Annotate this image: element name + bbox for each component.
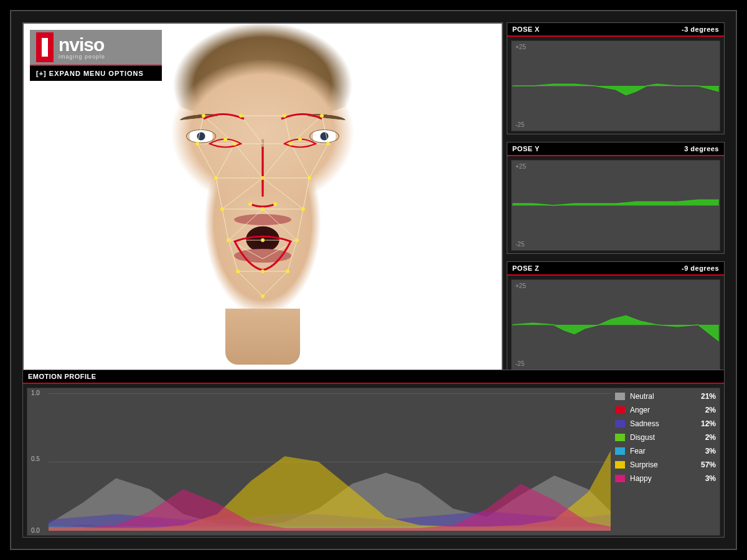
legend-row-disgust: Disgust 2% (615, 433, 716, 442)
pose-z-panel: POSE Z -9 degrees +25 -25 (507, 261, 725, 373)
svg-line-20 (322, 116, 328, 144)
svg-point-46 (289, 142, 293, 146)
legend-row-happy: Happy 3% (615, 474, 716, 483)
legend-value-sadness: 12% (688, 419, 716, 428)
video-preview-panel: nviso imaging people [+] EXPAND MENU OPT… (22, 22, 503, 372)
svg-line-32 (216, 144, 235, 178)
legend-swatch-neutral (615, 393, 625, 400)
legend-value-happy: 3% (688, 474, 716, 483)
legend-swatch-surprise (615, 461, 625, 469)
svg-point-54 (227, 238, 230, 242)
legend-value-anger: 2% (688, 406, 716, 414)
svg-point-58 (261, 269, 265, 273)
svg-point-41 (239, 114, 243, 118)
pose-y-title: POSE Y (512, 145, 540, 152)
svg-point-52 (261, 207, 265, 211)
svg-line-35 (263, 178, 303, 209)
svg-line-15 (197, 144, 216, 178)
legend-label-disgust: Disgust (630, 433, 684, 442)
emotion-ytick-1: 1.0 (31, 390, 40, 396)
svg-point-47 (326, 142, 330, 146)
svg-point-56 (295, 238, 299, 242)
legend-swatch-sadness (615, 420, 625, 427)
svg-line-21 (309, 144, 328, 178)
legend-value-surprise: 57% (688, 460, 716, 469)
legend-row-sadness: Sadness 12% (615, 419, 716, 428)
legend-value-disgust: 2% (688, 433, 716, 442)
legend-label-neutral: Neutral (630, 392, 684, 401)
svg-point-62 (273, 202, 277, 206)
svg-point-42 (283, 114, 286, 118)
svg-point-64 (298, 138, 302, 141)
app-frame: nviso imaging people [+] EXPAND MENU OPT… (10, 10, 737, 550)
svg-point-63 (223, 138, 227, 141)
pose-y-panel: POSE Y 3 degrees +25 -25 (507, 142, 725, 254)
pose-y-value: 3 degrees (684, 145, 719, 152)
emotion-ytick-0: 0.0 (31, 527, 40, 534)
brand-logo-mark-icon (36, 32, 54, 62)
svg-point-40 (202, 114, 205, 118)
expand-menu-label: [+] EXPAND MENU OPTIONS (36, 70, 144, 77)
legend-label-happy: Happy (630, 474, 684, 483)
legend-row-anger: Anger 2% (615, 406, 716, 414)
svg-line-31 (263, 144, 291, 178)
svg-line-16 (216, 178, 222, 209)
emotion-profile-panel: EMOTION PROFILE 1.0 0.5 0.0 Neutral 21% … (22, 370, 725, 538)
svg-line-39 (263, 240, 297, 259)
svg-point-51 (220, 207, 224, 211)
svg-point-49 (261, 176, 265, 180)
svg-line-28 (284, 116, 291, 144)
emotion-ytick-05: 0.5 (31, 455, 40, 462)
svg-line-17 (222, 209, 228, 240)
svg-point-48 (214, 176, 218, 180)
pose-z-title: POSE Z (512, 264, 539, 272)
svg-line-37 (263, 209, 297, 240)
svg-line-25 (263, 271, 288, 296)
svg-point-53 (301, 207, 305, 211)
legend-swatch-anger (615, 406, 625, 414)
emotion-profile-chart: 1.0 0.5 0.0 Neutral 21% Anger 2% (27, 388, 720, 536)
svg-point-60 (261, 294, 265, 298)
legend-label-surprise: Surprise (630, 460, 684, 469)
svg-line-14 (197, 116, 204, 144)
face-mesh-overlay-icon (129, 22, 397, 358)
pose-y-chart: +25 -25 (511, 160, 720, 251)
legend-row-surprise: Surprise 57% (615, 460, 716, 469)
legend-swatch-fear (615, 447, 625, 455)
pose-x-title: POSE X (512, 26, 540, 33)
legend-value-fear: 3% (688, 447, 716, 455)
svg-line-34 (222, 178, 263, 209)
svg-point-44 (195, 142, 199, 146)
svg-point-55 (261, 238, 265, 242)
pose-x-chart: +25 -25 (511, 40, 720, 131)
pose-x-value: -3 degrees (682, 26, 719, 33)
legend-value-neutral: 21% (688, 392, 716, 401)
svg-line-22 (303, 178, 309, 209)
svg-point-59 (286, 269, 289, 273)
svg-line-33 (291, 144, 309, 178)
svg-point-61 (248, 202, 252, 206)
svg-point-43 (320, 114, 324, 118)
legend-row-neutral: Neutral 21% (615, 392, 716, 401)
svg-point-45 (233, 142, 237, 146)
svg-point-50 (308, 176, 311, 180)
svg-line-23 (297, 209, 303, 240)
svg-line-36 (228, 209, 263, 240)
brand-logo-name: nviso (59, 35, 105, 54)
svg-line-30 (235, 144, 263, 178)
pose-z-chart: +25 -25 (511, 279, 720, 370)
legend-label-sadness: Sadness (630, 419, 684, 428)
face-tracking-overlay (129, 22, 397, 358)
emotion-legend: Neutral 21% Anger 2% Sadness 12% Disgust… (615, 392, 716, 483)
svg-line-27 (241, 116, 263, 144)
pose-x-panel: POSE X -3 degrees +25 -25 (507, 22, 725, 134)
legend-row-fear: Fear 3% (615, 447, 716, 455)
legend-label-fear: Fear (630, 447, 684, 455)
legend-swatch-happy (615, 475, 625, 482)
legend-label-anger: Anger (630, 406, 684, 414)
legend-swatch-disgust (615, 434, 625, 441)
pose-z-value: -9 degrees (682, 264, 719, 272)
svg-point-57 (236, 269, 240, 273)
svg-line-19 (238, 271, 263, 296)
svg-line-38 (228, 240, 263, 259)
